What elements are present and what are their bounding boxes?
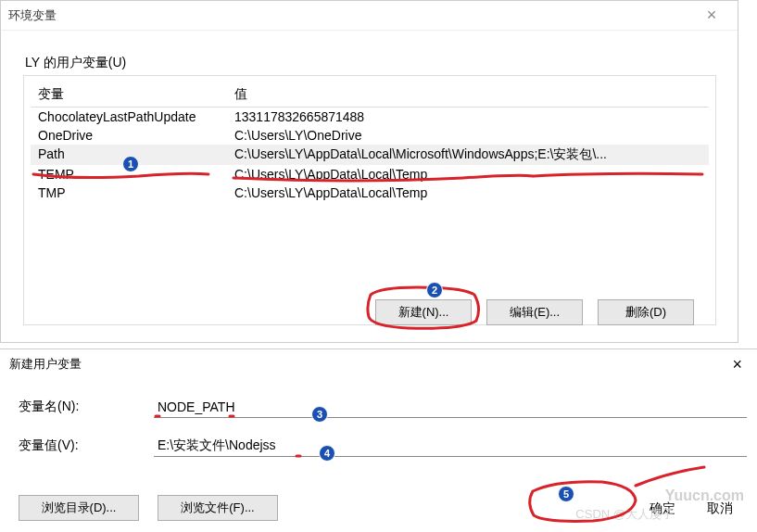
- annotation-badge-4: 4: [319, 445, 335, 462]
- user-vars-group-label: LY 的用户变量(U): [25, 55, 126, 71]
- env-vars-dialog: 环境变量 × LY 的用户变量(U) 变量 值 ChocolateyLastPa…: [0, 0, 738, 343]
- table-row[interactable]: ChocolateyLastPathUpdate 133117832665871…: [31, 108, 709, 126]
- browse-buttons: 浏览目录(D)... 浏览文件(F)...: [19, 495, 278, 521]
- var-value-row: 变量值(V):: [19, 435, 757, 457]
- table-row[interactable]: TMP C:\Users\LY\AppData\Local\Temp: [31, 184, 709, 202]
- cell-var: OneDrive: [38, 128, 234, 143]
- new-button[interactable]: 新建(N)...: [375, 299, 472, 325]
- user-vars-buttons: 新建(N)... 编辑(E)... 删除(D): [375, 299, 694, 325]
- table-header: 变量 值: [31, 82, 709, 108]
- cell-val: 133117832665871488: [234, 109, 701, 124]
- var-name-row: 变量名(N):: [19, 396, 757, 418]
- browse-dir-button[interactable]: 浏览目录(D)...: [19, 495, 139, 521]
- delete-button[interactable]: 删除(D): [598, 299, 694, 325]
- title-bar: 环境变量 ×: [1, 1, 738, 31]
- title-bar-2: 新建用户变量 ×: [0, 349, 757, 379]
- table-row[interactable]: OneDrive C:\Users\LY\OneDrive: [31, 126, 709, 145]
- close-icon[interactable]: ×: [726, 355, 748, 374]
- var-value-label: 变量值(V):: [19, 437, 154, 454]
- annotation-badge-1: 1: [122, 156, 139, 172]
- annotation-badge-2: 2: [426, 282, 443, 298]
- annotation-badge-5: 5: [558, 486, 574, 502]
- col-variable[interactable]: 变量: [38, 86, 234, 103]
- var-name-input[interactable]: [154, 396, 747, 418]
- watermark-yuucn: Yuucn.com: [665, 488, 744, 504]
- var-name-label: 变量名(N):: [19, 399, 154, 415]
- cell-val: C:\Users\LY\AppData\Local\Temp: [234, 167, 701, 182]
- col-value[interactable]: 值: [234, 86, 701, 103]
- edit-button[interactable]: 编辑(E)...: [486, 299, 583, 325]
- cell-val: C:\Users\LY\OneDrive: [234, 128, 701, 143]
- dialog2-title: 新建用户变量: [9, 356, 726, 373]
- close-icon[interactable]: ×: [693, 3, 730, 29]
- cell-val: C:\Users\LY\AppData\Local\Temp: [234, 185, 701, 200]
- cell-var: TMP: [38, 185, 234, 200]
- browse-file-button[interactable]: 浏览文件(F)...: [158, 495, 278, 521]
- cell-var: ChocolateyLastPathUpdate: [38, 109, 234, 124]
- user-vars-table: 变量 值 ChocolateyLastPathUpdate 1331178326…: [31, 82, 709, 202]
- new-user-var-dialog: 新建用户变量 × 变量名(N): 变量值(V): 浏览目录(D)... 浏览文件…: [0, 348, 757, 532]
- dialog-title: 环境变量: [8, 7, 693, 24]
- cell-val: C:\Users\LY\AppData\Local\Microsoft\Wind…: [234, 146, 701, 163]
- watermark-csdn: CSDN @大人虔子: [575, 506, 674, 523]
- annotation-badge-3: 3: [311, 406, 328, 423]
- var-value-input[interactable]: [154, 435, 747, 457]
